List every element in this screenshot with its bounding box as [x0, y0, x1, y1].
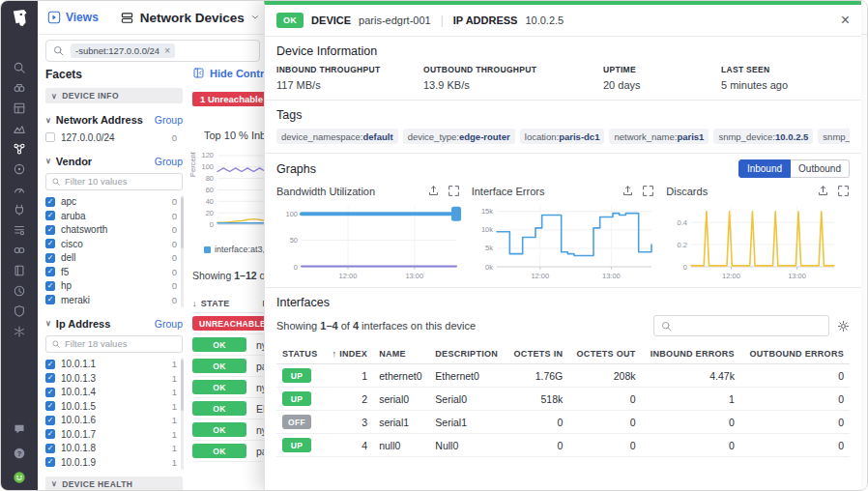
- facet-item[interactable]: ✓ dell 0: [45, 251, 183, 266]
- datadog-logo-icon[interactable]: [9, 8, 30, 29]
- close-icon[interactable]: ×: [841, 13, 850, 28]
- checkbox[interactable]: ✓: [45, 429, 55, 439]
- facet-search-input[interactable]: -subnet:127.0.0.0/24 ×: [45, 40, 260, 62]
- checkbox[interactable]: ✓: [45, 373, 55, 383]
- checkbox[interactable]: ✓: [45, 253, 55, 263]
- column-header[interactable]: OCTETS OUT: [568, 344, 641, 364]
- facet-item[interactable]: ✓ meraki 0: [45, 293, 183, 307]
- tag-pill[interactable]: device_type:edge-router: [403, 129, 515, 144]
- column-header[interactable]: ↑ INDEX: [325, 344, 373, 364]
- settings-icon[interactable]: [1, 324, 38, 338]
- infrastructure-icon[interactable]: [1, 121, 38, 135]
- inbound-toggle-button[interactable]: Inbound: [738, 159, 791, 178]
- facet-filter-input[interactable]: Filter 18 values: [45, 335, 183, 353]
- discards-chart[interactable]: 00.20.412:0013:00: [666, 200, 840, 279]
- watchdog-icon[interactable]: [1, 80, 38, 95]
- facet-item[interactable]: ✓ apc 0: [45, 195, 183, 210]
- checkbox[interactable]: ✓: [45, 267, 55, 276]
- checkbox[interactable]: ✓: [45, 281, 55, 291]
- facet-item[interactable]: ✓ chatsworth 0: [45, 223, 183, 238]
- interface-errors-chart[interactable]: 0k5k10k15k12:0013:00: [472, 200, 657, 279]
- tag-pill[interactable]: device_namespace:default: [276, 129, 398, 144]
- column-header[interactable]: OUTBOUND ERRORS: [740, 344, 850, 364]
- views-button[interactable]: Views: [47, 11, 99, 24]
- column-header[interactable]: NAME: [373, 344, 429, 364]
- search-icon[interactable]: [1, 60, 38, 74]
- outbound-toggle-button[interactable]: Outbound: [791, 159, 850, 178]
- group-link[interactable]: Group: [155, 156, 183, 167]
- facet-item[interactable]: ✓ 10.0.1.9 1: [45, 455, 183, 470]
- export-icon[interactable]: [427, 185, 440, 197]
- interface-row[interactable]: UP 1ethernet0Ethernet0 1.76G208k 4.47k0: [276, 364, 850, 388]
- facet-item[interactable]: ✓ 10.0.1.7 1: [45, 427, 183, 442]
- tag-pill[interactable]: snmp_host:paris-edgrt-001: [818, 129, 850, 144]
- facet-filter-input[interactable]: Filter 10 values: [45, 173, 183, 190]
- interfaces-search-input[interactable]: [653, 315, 829, 336]
- checkbox[interactable]: ✓: [45, 225, 55, 235]
- gear-icon[interactable]: [837, 320, 850, 332]
- checkbox[interactable]: ✓: [45, 295, 55, 304]
- logs-icon[interactable]: [1, 222, 38, 237]
- integrations-icon[interactable]: [1, 202, 38, 217]
- facet-item[interactable]: 127.0.0.0/24 0: [45, 130, 183, 145]
- expand-icon[interactable]: [448, 185, 460, 197]
- facet-item[interactable]: ✓ cisco 0: [45, 237, 183, 251]
- group-link[interactable]: Group: [155, 114, 183, 126]
- facet-item[interactable]: ✓ hp 0: [45, 279, 183, 294]
- notebooks-icon[interactable]: [1, 263, 38, 277]
- checkbox[interactable]: ✓: [45, 239, 55, 248]
- checkbox[interactable]: ✓: [45, 416, 55, 425]
- checkbox[interactable]: [45, 132, 55, 142]
- chat-icon[interactable]: [1, 421, 38, 436]
- facet-item[interactable]: ✓ aruba 0: [45, 209, 183, 223]
- expand-icon[interactable]: [837, 185, 850, 197]
- checkbox[interactable]: ✓: [45, 444, 55, 453]
- network-map-icon[interactable]: [1, 141, 38, 156]
- checkbox[interactable]: ✓: [45, 388, 55, 397]
- interface-row[interactable]: UP 4null0Null0 00 00: [276, 434, 850, 457]
- checkbox[interactable]: ✓: [45, 457, 55, 467]
- checkbox[interactable]: ✓: [45, 401, 55, 411]
- facet-title[interactable]: ∨ Network Address Group: [45, 114, 183, 126]
- dashboards-icon[interactable]: [1, 101, 38, 115]
- tag-pill[interactable]: network_name:paris1: [609, 129, 709, 144]
- checkbox[interactable]: ✓: [45, 211, 55, 220]
- checkbox[interactable]: ✓: [45, 360, 55, 369]
- export-icon[interactable]: [622, 185, 634, 197]
- facet-item[interactable]: ✓ 10.0.1.5 1: [45, 399, 183, 414]
- bandwidth-utilization-chart[interactable]: 05010012:0013:00: [276, 200, 462, 279]
- column-header[interactable]: DESCRIPTION: [429, 344, 506, 364]
- checkbox[interactable]: ✓: [45, 197, 55, 207]
- expand-icon[interactable]: [642, 185, 654, 197]
- remove-chip-icon[interactable]: ×: [164, 45, 170, 56]
- facet-item[interactable]: ✓ 10.0.1.6 1: [45, 414, 183, 428]
- tag-pill[interactable]: location:paris-dc1: [520, 129, 605, 144]
- page-title[interactable]: Network Devices: [120, 11, 260, 25]
- unreachable-segment[interactable]: 1 Unreachable: [192, 92, 271, 106]
- export-icon[interactable]: [817, 185, 829, 197]
- ci-icon[interactable]: [1, 243, 38, 257]
- interface-row[interactable]: OFF 3serial1Serial1 00 00: [276, 411, 850, 434]
- security-icon[interactable]: [1, 303, 38, 318]
- facet-item[interactable]: ✓ f5 0: [45, 265, 183, 279]
- interface-row[interactable]: UP 2serial0Serial0 518k0 10: [276, 388, 850, 411]
- monitors-icon[interactable]: [1, 283, 38, 298]
- facet-group-header[interactable]: ∨DEVICE HEALTH: [45, 477, 183, 491]
- metrics-icon[interactable]: [1, 182, 38, 196]
- help-icon[interactable]: ?: [1, 446, 38, 460]
- column-header[interactable]: INBOUND ERRORS: [642, 344, 740, 364]
- assistant-icon[interactable]: [1, 470, 38, 484]
- facet-title[interactable]: ∨ Ip Address Group: [45, 318, 183, 330]
- facet-group-header[interactable]: ∨DEVICE INFO: [45, 88, 183, 103]
- facet-item[interactable]: ✓ 10.0.1.3 1: [45, 371, 183, 386]
- tag-pill[interactable]: snmp_device:10.0.2.5: [713, 129, 813, 144]
- column-header[interactable]: OCTETS IN: [506, 344, 569, 364]
- search-filter-chip[interactable]: -subnet:127.0.0.0/24 ×: [71, 43, 175, 58]
- facet-item[interactable]: ✓ 10.0.1.4 1: [45, 386, 183, 400]
- apm-icon[interactable]: [1, 161, 38, 176]
- group-link[interactable]: Group: [155, 318, 183, 330]
- facet-title[interactable]: ∨ Vendor Group: [45, 156, 183, 167]
- column-header[interactable]: STATUS: [276, 344, 325, 364]
- facet-item[interactable]: ✓ 10.0.1.8 1: [45, 442, 183, 456]
- facet-item[interactable]: ✓ 10.0.1.1 1: [45, 358, 183, 372]
